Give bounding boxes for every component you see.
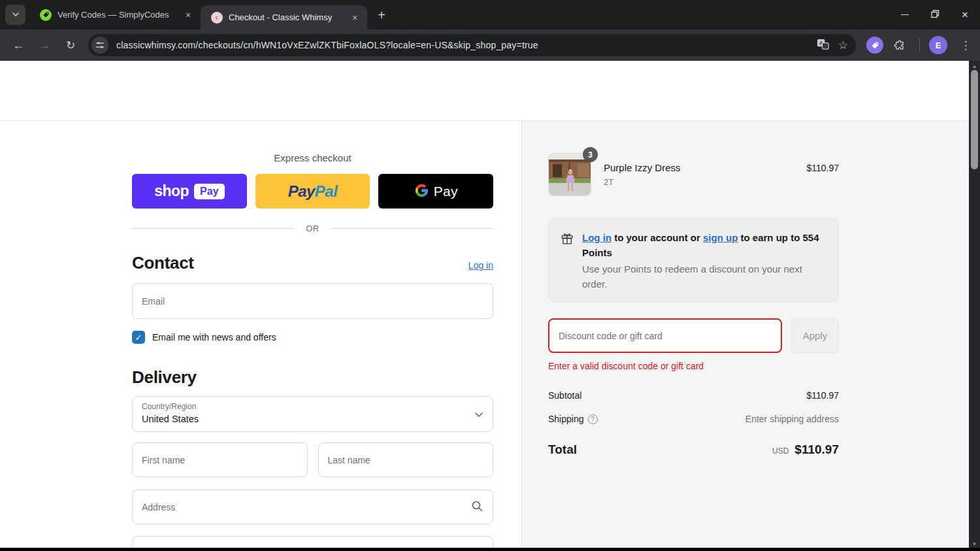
reload-button[interactable]: ↻	[60, 35, 81, 56]
bookmark-star-icon[interactable]: ☆	[838, 39, 848, 52]
last-name-input[interactable]	[318, 442, 494, 477]
google-pay-button[interactable]: Pay	[378, 174, 493, 209]
points-banner-description: Use your Points to redeem a discount on …	[582, 261, 825, 292]
scrollbar-thumb[interactable]	[971, 70, 978, 169]
extensions-puzzle-icon[interactable]	[891, 37, 908, 54]
subtotal-label: Subtotal	[548, 390, 581, 401]
discount-code-input[interactable]	[548, 318, 782, 353]
product-price: $110.97	[806, 163, 839, 173]
chevron-down-icon	[12, 9, 20, 21]
minimize-button[interactable]	[890, 0, 920, 29]
login-link[interactable]: Log in	[468, 260, 493, 271]
points-banner: Log in to your account or sign up to ear…	[548, 218, 839, 302]
window-controls: ×	[890, 0, 980, 29]
store-header: classic ♥Whimsy	[0, 61, 969, 121]
new-tab-button[interactable]: +	[372, 6, 391, 24]
order-summary-panel: 3 Purple Izzy Dress $110.97 2T Log in to…	[521, 121, 969, 551]
url-text[interactable]: classicwhimsy.com/checkouts/cn/hWN1oVxEZ…	[116, 40, 817, 50]
shop-pay-logo: shop	[154, 182, 189, 200]
paypal-button[interactable]: PayPal	[255, 174, 370, 209]
browser-window: Verify Codes — SimplyCodes × c Checkout …	[0, 0, 980, 551]
points-banner-headline: Log in to your account or sign up to ear…	[582, 230, 825, 260]
profile-avatar[interactable]: E	[929, 36, 947, 54]
checkout-main: Express checkout shop Pay PayPal Pay	[0, 121, 521, 551]
or-divider: OR	[132, 224, 493, 233]
newsletter-label: Email me with news and offers	[152, 332, 276, 342]
shop-pay-button[interactable]: shop Pay	[132, 174, 247, 209]
contact-heading: Contact	[132, 253, 194, 273]
delivery-heading: Delivery	[132, 367, 197, 388]
apply-discount-button[interactable]: Apply	[791, 318, 839, 353]
simplycodes-favicon-icon	[40, 9, 52, 21]
restore-button[interactable]	[920, 0, 950, 29]
tab-search-button[interactable]	[5, 5, 25, 25]
currency-code: USD	[772, 446, 789, 456]
search-icon	[470, 499, 484, 516]
total-label: Total	[548, 442, 577, 457]
toolbar-divider	[919, 39, 920, 52]
tab-simplycodes[interactable]: Verify Codes — SimplyCodes ×	[29, 0, 201, 29]
minimize-icon	[901, 14, 909, 15]
tab-checkout-classic-whimsy[interactable]: c Checkout - Classic Whimsy ×	[201, 5, 367, 29]
close-icon: ×	[962, 9, 968, 20]
address-input[interactable]	[132, 490, 493, 524]
translate-icon[interactable]: A	[817, 38, 829, 53]
quantity-badge: 3	[583, 147, 598, 162]
browser-toolbar: ← → ↻ classicwhimsy.com/checkouts/cn/hWN…	[0, 29, 980, 61]
scroll-down-icon[interactable]: ▼	[969, 539, 980, 548]
subtotal-value: $110.97	[806, 390, 839, 401]
product-name: Purple Izzy Dress	[604, 162, 681, 173]
tab-title: Checkout - Classic Whimsy	[229, 12, 349, 22]
first-name-input[interactable]	[132, 442, 308, 477]
page-scrollbar[interactable]: ▲ ▼	[969, 61, 980, 551]
tab-title: Verify Codes — SimplyCodes	[57, 10, 182, 20]
shipping-value: Enter shipping address	[745, 414, 839, 424]
shipping-label: Shipping	[548, 414, 584, 424]
cart-line-item: 3 Purple Izzy Dress $110.97 2T	[548, 153, 839, 196]
discount-error-message: Enter a valid discount code or gift card	[548, 361, 839, 371]
express-checkout-label: Express checkout	[132, 152, 493, 163]
address-bar[interactable]: classicwhimsy.com/checkouts/cn/hWN1oVxEZ…	[88, 34, 856, 56]
tab-close-icon[interactable]: ×	[349, 12, 361, 24]
simplycodes-extension-icon[interactable]	[866, 37, 883, 54]
scroll-up-icon[interactable]: ▲	[969, 61, 980, 71]
close-window-button[interactable]: ×	[950, 0, 980, 29]
banner-signup-link[interactable]: sign up	[703, 232, 738, 243]
newsletter-checkbox[interactable]: ✓	[132, 331, 145, 344]
browser-menu-icon[interactable]: ⋮	[955, 35, 976, 56]
paypal-logo: Pay	[288, 182, 315, 201]
google-g-icon	[414, 183, 429, 200]
country-value: United States	[142, 414, 199, 424]
classic-whimsy-favicon-icon: c	[211, 12, 223, 24]
total-value: $110.97	[794, 442, 839, 457]
email-input[interactable]	[132, 283, 493, 319]
tab-close-icon[interactable]: ×	[182, 9, 194, 21]
forward-button[interactable]: →	[34, 35, 55, 56]
country-label: Country/Region	[142, 402, 196, 411]
product-variant: 2T	[604, 177, 839, 187]
taskbar-edge	[0, 548, 980, 551]
browser-titlebar: Verify Codes — SimplyCodes × c Checkout …	[0, 0, 980, 29]
country-select[interactable]: Country/Region United States	[132, 396, 493, 432]
chevron-down-icon	[474, 410, 483, 422]
shipping-help-icon[interactable]: ?	[588, 414, 598, 424]
banner-login-link[interactable]: Log in	[582, 232, 612, 243]
site-settings-icon[interactable]	[91, 37, 108, 54]
express-pay-buttons: shop Pay PayPal Pay	[132, 174, 493, 209]
restore-icon	[931, 9, 939, 21]
gift-icon	[560, 230, 574, 292]
back-button[interactable]: ←	[8, 35, 29, 56]
